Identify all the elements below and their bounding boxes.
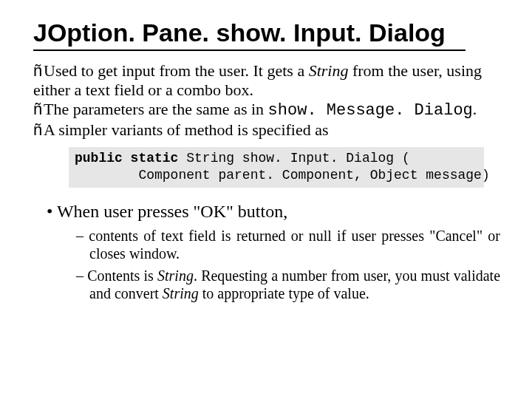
intro-paragraph: ñUsed to get input from the user. It get…: [33, 61, 506, 140]
string-emph-2: String: [157, 267, 194, 284]
show-message-dialog-code: show. Message. Dialog: [268, 101, 473, 120]
title-pane: JOption. Pane.: [33, 18, 216, 47]
string-emph-3: String: [163, 285, 199, 301]
sub-bullet-1: – contents of text field is returned or …: [76, 227, 500, 262]
code-line2: Component parent. Component, Object mess…: [75, 168, 490, 183]
title-underline: [33, 50, 466, 51]
code-keywords: public static: [75, 151, 178, 166]
up-arrow-icon: ñ: [33, 100, 44, 119]
sub2-text-a: – Contents is: [76, 267, 157, 284]
intro-text-1a: Used to get input from the user. It gets…: [44, 61, 309, 80]
main-bullet: • When user presses "OK" button,: [47, 201, 506, 222]
title-method: show. Input. Dialog: [216, 18, 445, 47]
intro-text-2b: .: [473, 100, 477, 118]
up-arrow-icon: ñ: [33, 120, 44, 140]
slide: JOption. Pane. show. Input. Dialog ñUsed…: [0, 0, 532, 321]
sub2-text-c: to appropriate type of value.: [199, 285, 369, 301]
up-arrow-icon: ñ: [33, 61, 44, 81]
sub-bullet-2: – Contents is String. Requesting a numbe…: [76, 267, 500, 302]
code-signature-box: public static String show. Input. Dialog…: [69, 147, 484, 188]
intro-text-2a: The parameters are the same as in: [44, 100, 268, 118]
slide-title: JOption. Pane. show. Input. Dialog: [33, 19, 506, 47]
intro-text-3: A simpler variants of method is specifie…: [44, 120, 329, 139]
string-emph-1: String: [309, 61, 349, 80]
code-line1-rest: String show. Input. Dialog (: [178, 151, 409, 166]
sub-bullet-list: – contents of text field is returned or …: [33, 227, 506, 302]
